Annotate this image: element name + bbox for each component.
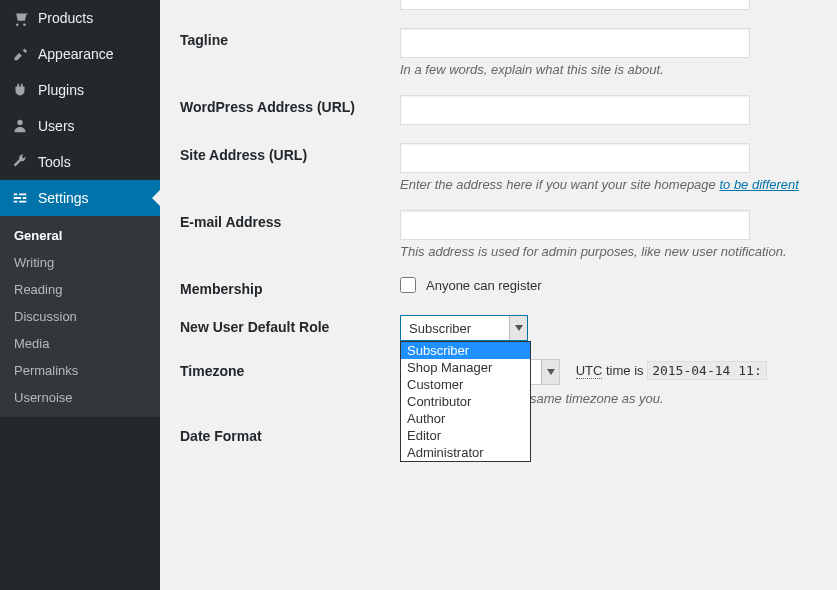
row-tagline: Tagline In a few words, explain what thi… [180, 28, 817, 77]
utc-abbr: UTC [576, 363, 603, 379]
chevron-down-icon [541, 360, 559, 384]
wpaddr-input[interactable] [400, 95, 750, 125]
submenu-item-discussion[interactable]: Discussion [0, 303, 160, 330]
role-selected: Subscriber [401, 321, 509, 336]
dateformat-label: Date Format [180, 424, 400, 444]
sidebar-item-label: Appearance [38, 46, 114, 62]
admin-sidebar: Products Appearance Plugins Users Tools … [0, 0, 160, 590]
role-option-author[interactable]: Author [401, 410, 530, 427]
membership-label: Membership [180, 277, 400, 297]
row-email: E-mail Address This address is used for … [180, 210, 817, 259]
sidebar-item-plugins[interactable]: Plugins [0, 72, 160, 108]
sidebar-item-appearance[interactable]: Appearance [0, 36, 160, 72]
plug-icon [10, 80, 30, 100]
membership-checkbox[interactable] [400, 277, 416, 293]
sidebar-item-label: Products [38, 10, 93, 26]
timezone-utc-text: UTC time is 2015-04-14 11: [576, 363, 767, 378]
row-top-partial [180, 0, 817, 10]
submenu-item-writing[interactable]: Writing [0, 249, 160, 276]
siteaddr-link[interactable]: to be different [719, 177, 799, 192]
role-select[interactable]: Subscriber Subscriber Shop Manager Custo… [400, 315, 528, 341]
row-wpaddr: WordPress Address (URL) [180, 95, 817, 125]
sidebar-item-label: Plugins [38, 82, 84, 98]
sidebar-item-label: Settings [38, 190, 89, 206]
sidebar-item-label: Tools [38, 154, 71, 170]
siteaddr-desc: Enter the address here if you want your … [400, 177, 817, 192]
role-option-administrator[interactable]: Administrator [401, 444, 530, 461]
brush-icon [10, 44, 30, 64]
sidebar-item-tools[interactable]: Tools [0, 144, 160, 180]
role-option-contributor[interactable]: Contributor [401, 393, 530, 410]
user-icon [10, 116, 30, 136]
email-input[interactable] [400, 210, 750, 240]
sidebar-item-label: Users [38, 118, 75, 134]
row-siteaddr: Site Address (URL) Enter the address her… [180, 143, 817, 192]
submenu-item-general[interactable]: General [0, 222, 160, 249]
membership-checkbox-label: Anyone can register [426, 278, 542, 293]
timezone-label: Timezone [180, 359, 400, 379]
submenu-item-media[interactable]: Media [0, 330, 160, 357]
role-option-editor[interactable]: Editor [401, 427, 530, 444]
settings-content: Tagline In a few words, explain what thi… [160, 0, 837, 590]
role-dropdown: Subscriber Shop Manager Customer Contrib… [400, 341, 531, 462]
settings-submenu: General Writing Reading Discussion Media… [0, 216, 160, 417]
row-role: New User Default Role Subscriber Subscri… [180, 315, 817, 341]
siteaddr-label: Site Address (URL) [180, 143, 400, 163]
top-input[interactable] [400, 0, 750, 10]
timezone-code: 2015-04-14 11: [647, 361, 767, 380]
submenu-item-usernoise[interactable]: Usernoise [0, 384, 160, 411]
role-option-subscriber[interactable]: Subscriber [401, 342, 530, 359]
role-option-customer[interactable]: Customer [401, 376, 530, 393]
email-desc: This address is used for admin purposes,… [400, 244, 817, 259]
siteaddr-input[interactable] [400, 143, 750, 173]
tagline-desc: In a few words, explain what this site i… [400, 62, 817, 77]
sidebar-item-settings[interactable]: Settings [0, 180, 160, 216]
cart-icon [10, 8, 30, 28]
submenu-item-reading[interactable]: Reading [0, 276, 160, 303]
sliders-icon [10, 188, 30, 208]
wrench-icon [10, 152, 30, 172]
tagline-input[interactable] [400, 28, 750, 58]
wpaddr-label: WordPress Address (URL) [180, 95, 400, 115]
chevron-down-icon [509, 316, 527, 340]
role-label: New User Default Role [180, 315, 400, 335]
sidebar-item-users[interactable]: Users [0, 108, 160, 144]
submenu-item-permalinks[interactable]: Permalinks [0, 357, 160, 384]
sidebar-item-products[interactable]: Products [0, 0, 160, 36]
role-option-shopmanager[interactable]: Shop Manager [401, 359, 530, 376]
row-membership: Membership Anyone can register [180, 277, 817, 297]
email-label: E-mail Address [180, 210, 400, 230]
tagline-label: Tagline [180, 28, 400, 48]
